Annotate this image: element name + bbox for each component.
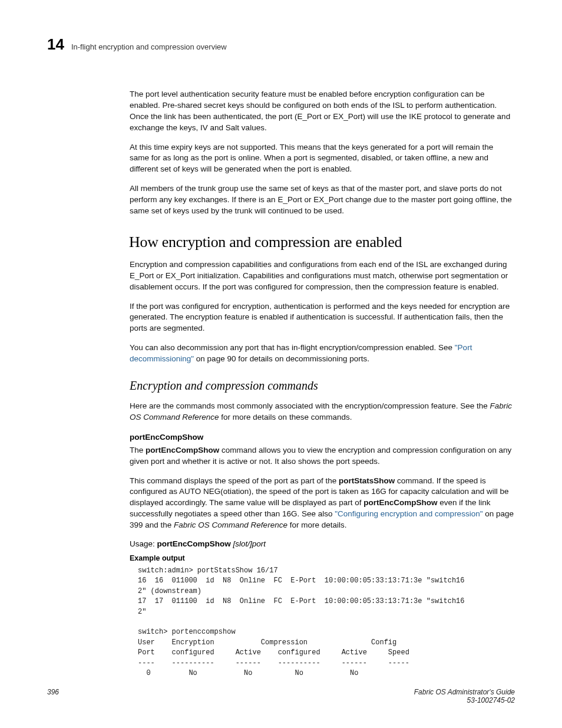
command-name: portEncCompShow xyxy=(157,539,231,548)
header-title: In-flight encryption and compression ove… xyxy=(71,42,227,51)
page-content: The port level authentication security f… xyxy=(130,89,515,678)
guide-title: Fabric OS Administrator's Guide xyxy=(414,688,515,696)
text-run: on page 90 for details on decommissionin… xyxy=(194,354,369,363)
chapter-number: 14 xyxy=(47,35,64,54)
body-paragraph: You can also decommission any port that … xyxy=(130,342,515,365)
section-heading: How encryption and compression are enabl… xyxy=(129,233,515,251)
page-header: 14 In-flight encryption and compression … xyxy=(47,35,515,54)
command-name: portEncCompShow xyxy=(146,446,219,454)
text-run: for more details on these commands. xyxy=(219,413,352,421)
body-paragraph: The portEncCompShow command allows you t… xyxy=(130,445,515,467)
code-block: switch:admin> portStatsShow 16/17 16 16 … xyxy=(138,566,515,678)
body-paragraph: At this time expiry keys are not support… xyxy=(130,142,515,176)
footer-right: Fabric OS Administrator's Guide 53-10027… xyxy=(414,688,515,704)
book-reference: Fabric OS Command Reference xyxy=(174,521,287,529)
document-number: 53-1002745-02 xyxy=(414,696,515,704)
text-run: You can also decommission any port that … xyxy=(130,343,455,352)
text-run: Here are the commands most commonly asso… xyxy=(130,401,490,410)
usage-label: Usage: xyxy=(130,539,157,548)
text-run: for more details. xyxy=(287,521,347,529)
page-number: 396 xyxy=(47,688,59,704)
usage-line: Usage: portEncCompShow [slot/]port xyxy=(130,539,515,548)
body-paragraph: All members of the trunk group use the s… xyxy=(130,183,515,217)
command-name: portStatsShow xyxy=(339,476,395,485)
example-output-heading: Example output xyxy=(130,554,515,562)
page-footer: 396 Fabric OS Administrator's Guide 53-1… xyxy=(47,688,515,704)
usage-argument: [slot/]port xyxy=(231,539,266,548)
text-run: This command displays the speed of the p… xyxy=(130,476,339,485)
body-paragraph: This command displays the speed of the p… xyxy=(130,476,515,531)
text-run: The xyxy=(130,446,146,454)
body-paragraph: Encryption and compression capabilities … xyxy=(130,259,515,293)
body-paragraph: Here are the commands most commonly asso… xyxy=(130,401,515,423)
body-paragraph: The port level authentication security f… xyxy=(130,89,515,134)
body-paragraph: If the port was configured for encryptio… xyxy=(130,301,515,335)
command-name: portEncCompShow xyxy=(363,498,437,507)
cross-reference-link[interactable]: "Configuring encryption and compression" xyxy=(335,509,482,518)
subsection-heading: Encryption and compression commands xyxy=(130,379,515,393)
command-heading: portEncCompShow xyxy=(130,433,515,442)
